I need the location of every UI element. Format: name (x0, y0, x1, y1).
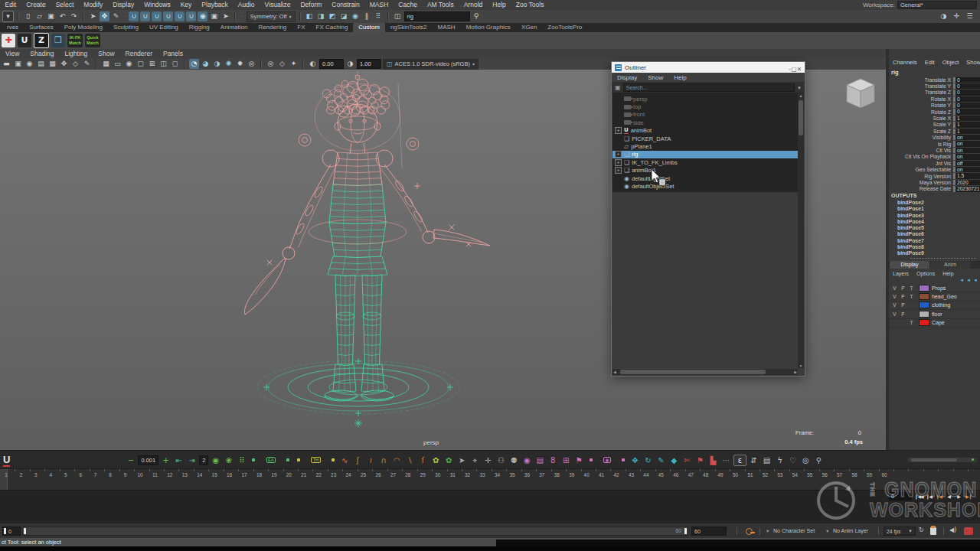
medkit-shelf-icon[interactable]: ✚ (2, 34, 15, 47)
output-node-bindpose5[interactable]: bindPose5 (889, 225, 980, 231)
render-icon[interactable]: ◧ (305, 11, 315, 21)
play-backwards-button[interactable]: ◀ (944, 491, 953, 501)
move-teal-icon[interactable]: ✥ (629, 455, 641, 465)
folder-pink-icon[interactable]: ▤ (534, 455, 546, 465)
grid-dots-icon[interactable]: ⠿ (236, 455, 247, 465)
menu-deform[interactable]: Deform (296, 0, 327, 10)
textured-display-icon[interactable]: ◑ (212, 59, 222, 69)
lock-camera-icon[interactable]: ▣ (13, 59, 23, 69)
xray-icon[interactable]: ◇ (277, 59, 287, 69)
outliner-item-side[interactable]: +side (612, 119, 798, 126)
all-lights-icon[interactable]: ✺ (224, 59, 234, 69)
redo-icon[interactable]: ↷ (69, 11, 79, 21)
safe-title-icon[interactable]: ◻ (170, 59, 180, 69)
walk-cycle-icon[interactable]: ⚇ (495, 455, 507, 465)
overscan-icon[interactable]: ◇ (70, 59, 80, 69)
shelf-tab-rigging[interactable]: Rigging (184, 23, 215, 32)
attribute-value[interactable]: 0 (953, 109, 980, 114)
scroll-down-icon[interactable]: ▼ (798, 364, 804, 368)
bolt-icon[interactable]: ϟ (774, 455, 786, 465)
sphere-icon[interactable]: ◎ (800, 455, 812, 465)
menu-zoo-tools[interactable]: Zoo Tools (511, 0, 549, 10)
expand-icon[interactable]: + (615, 159, 622, 166)
pose-slider[interactable]: ····◉···· (590, 457, 625, 464)
isolate-select-icon[interactable]: ◎ (266, 59, 276, 69)
render-settings-icon[interactable]: ◪ (339, 11, 349, 21)
output-node-bindpose4[interactable]: bindPose4 (889, 219, 980, 225)
flag-red-icon[interactable]: ⚑ (694, 455, 706, 465)
curve-arc-icon[interactable]: ◠ (391, 455, 403, 465)
exposure-icon[interactable]: ◐ (308, 59, 318, 69)
zoo-z-shelf-icon[interactable]: Z (34, 33, 49, 48)
outliner-titlebar[interactable]: Outliner –▢✕ (612, 62, 805, 73)
curve-slope-icon[interactable]: ∖ (404, 455, 416, 465)
open-scene-icon[interactable]: ▱ (34, 11, 44, 21)
layer-row-head-geo[interactable]: VPThead_Geo (889, 292, 980, 301)
shelf-tab-motion-graphics[interactable]: Motion Graphics (461, 23, 516, 32)
snap-projected-center-icon[interactable]: ∪ (163, 11, 173, 21)
outliner-item-animbot1[interactable]: +❏animBot1 (612, 167, 798, 174)
scissors-red-icon[interactable]: ✄ (681, 455, 693, 465)
selection-mask-dropdown[interactable]: ▾ (2, 11, 14, 22)
pen-teal-icon[interactable]: ✎ (655, 455, 667, 465)
shelf-tab-xgen[interactable]: XGen (516, 23, 542, 32)
expand-icon[interactable]: + (615, 167, 622, 174)
scroll-thumb[interactable] (620, 370, 766, 374)
attribute-value[interactable]: 1 (953, 116, 980, 121)
layer-arrow-1-icon[interactable]: ◄ (959, 278, 964, 282)
layer-color-swatch[interactable] (919, 285, 929, 292)
make-live-icon[interactable]: ◉ (198, 11, 207, 21)
output-node-bindpose2[interactable]: bindPose2 (889, 200, 980, 206)
cursor-plus-icon[interactable]: ✛ (482, 455, 494, 465)
scroll-left-icon[interactable]: ◀ (613, 369, 616, 375)
gate-mask-icon[interactable]: ▢ (136, 59, 145, 69)
layer-tab-anim[interactable]: Anim (930, 261, 970, 269)
curve-bounce-icon[interactable]: ∩ (378, 455, 390, 465)
chevron-down-icon[interactable]: ▼ (825, 529, 829, 533)
time-slider-keys[interactable]: 0 ❙◀◀❙◀❙◀◀▶▶❙ (0, 490, 980, 523)
outliner-item-pplane1[interactable]: +▱pPlane1 (612, 142, 798, 150)
tool-settings-icon[interactable]: ✛ (952, 11, 962, 21)
layer-color-swatch[interactable] (919, 311, 929, 318)
attribute-value[interactable]: off (953, 161, 980, 166)
shelf-tab-mash[interactable]: MASH (433, 23, 461, 32)
scroll-thumb[interactable] (799, 100, 803, 135)
flower-icon[interactable]: ❀ (223, 455, 234, 465)
attribute-value[interactable]: on (953, 141, 980, 146)
play-forwards-button[interactable]: ▶ (954, 491, 963, 501)
attribute-value[interactable]: 1.5 (953, 173, 980, 178)
menu-arnold[interactable]: Arnold (459, 0, 488, 10)
new-scene-icon[interactable]: ▯ (23, 11, 33, 21)
pose-8-icon[interactable]: 8 (547, 455, 559, 465)
output-node-bindpose7[interactable]: bindPose7 (889, 238, 980, 244)
channel-box-menu-object[interactable]: Object (939, 59, 963, 66)
step-value-field[interactable]: 2 (199, 455, 208, 465)
lasso-select-icon[interactable]: ✥ (100, 11, 109, 21)
template-toggle[interactable]: T (907, 285, 916, 291)
snap-surface-icon[interactable]: ∪ (186, 11, 196, 21)
expand-icon[interactable]: + (615, 151, 622, 158)
shelf-tab-custom[interactable]: Custom (353, 23, 385, 32)
gamma-icon[interactable]: ◑ (345, 59, 355, 69)
auto-key-icon[interactable] (746, 528, 753, 535)
light-editor-icon[interactable]: ◉ (351, 11, 361, 21)
diamond-teal-icon[interactable]: ◆ (668, 455, 680, 465)
curve-long-s-icon[interactable]: ſ (417, 455, 429, 465)
current-frame-field[interactable]: 0 (889, 492, 912, 500)
outliner-item-front[interactable]: +front (612, 111, 798, 119)
layer-menu-layers[interactable]: Layers (889, 271, 913, 276)
shelf-tab-uv-editing[interactable]: UV Editing (144, 23, 184, 32)
snap-curve-icon[interactable]: ∪ (140, 11, 150, 21)
template-toggle[interactable]: T (907, 320, 916, 325)
close-button[interactable]: ✕ (797, 66, 802, 73)
speaker-icon[interactable]: ◀) (949, 527, 956, 533)
playback-toggle[interactable]: P (899, 294, 907, 299)
plant-green-icon[interactable]: ✿ (443, 455, 455, 465)
shelf-tab-rves[interactable]: rves (2, 23, 24, 32)
panel-menu-view[interactable]: View (0, 50, 24, 57)
status-search-field[interactable]: rig (404, 11, 470, 21)
plant-yellow-icon[interactable]: ✿ (430, 455, 442, 465)
shelf-tab-sculpting[interactable]: Sculpting (108, 23, 144, 32)
menu-cache[interactable]: Cache (394, 0, 423, 10)
layer-menu-options[interactable]: Options (913, 271, 939, 276)
